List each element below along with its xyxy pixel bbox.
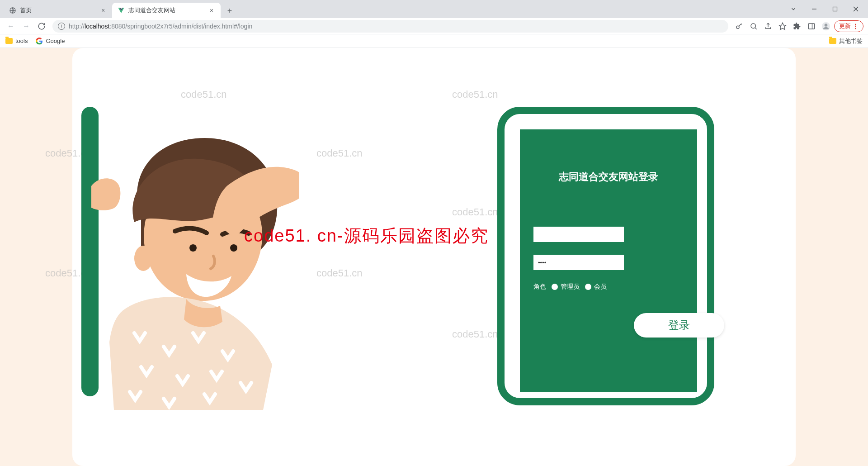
- zoom-icon[interactable]: [747, 20, 760, 33]
- svg-point-6: [751, 24, 756, 29]
- svg-point-14: [189, 244, 197, 252]
- google-icon: [36, 38, 43, 45]
- close-icon[interactable]: ×: [208, 7, 215, 14]
- svg-line-7: [755, 28, 757, 29]
- svg-rect-2: [833, 7, 837, 11]
- decorative-illustration: [81, 98, 298, 414]
- bookmark-label: tools: [15, 38, 28, 44]
- role-label: 角色: [533, 283, 546, 291]
- share-icon[interactable]: [762, 20, 774, 33]
- login-button[interactable]: 登录: [634, 313, 724, 338]
- page-content: code51.cn code51.cn code51.cn code51.cn …: [0, 48, 868, 466]
- bookmark-tools[interactable]: tools: [5, 38, 28, 44]
- role-option: 会员: [594, 283, 607, 291]
- svg-point-12: [825, 24, 828, 27]
- new-tab-button[interactable]: +: [223, 5, 236, 17]
- profile-icon[interactable]: [820, 20, 832, 33]
- globe-icon: [9, 7, 16, 14]
- bookmark-label: 其他书签: [839, 37, 863, 45]
- update-button[interactable]: 更新 ⋮: [834, 20, 863, 32]
- vue-icon: [118, 7, 125, 14]
- tab-search-icon[interactable]: [783, 2, 804, 16]
- role-row: 角色 管理员 会员: [533, 283, 684, 291]
- back-button[interactable]: ←: [5, 20, 17, 33]
- forward-button[interactable]: →: [20, 20, 33, 33]
- side-panel-icon[interactable]: [805, 20, 818, 33]
- password-key-icon[interactable]: [733, 20, 745, 33]
- svg-rect-9: [808, 24, 815, 29]
- tab-title: 首页: [20, 6, 96, 14]
- menu-dots-icon: ⋮: [853, 23, 859, 29]
- tab-home[interactable]: 首页 ×: [4, 3, 112, 18]
- tab-active[interactable]: 志同道合交友网站 ×: [112, 3, 221, 18]
- update-label: 更新: [839, 22, 851, 30]
- url-text: http://localhost:8080/springboot2x7r5/ad…: [69, 23, 723, 30]
- tab-title: 志同道合交友网站: [128, 6, 204, 14]
- tab-strip: 首页 × 志同道合交友网站 × +: [0, 0, 868, 18]
- radio-icon: [552, 284, 558, 290]
- reload-button[interactable]: [35, 20, 48, 33]
- folder-icon: [5, 38, 13, 44]
- other-bookmarks[interactable]: 其他书签: [829, 37, 863, 45]
- extensions-icon[interactable]: [791, 20, 803, 33]
- login-button-label: 登录: [668, 318, 690, 333]
- minimize-icon[interactable]: [804, 2, 825, 16]
- password-input[interactable]: [533, 255, 624, 270]
- toolbar: ← → i http://localhost:8080/springboot2x…: [0, 18, 868, 34]
- person-peeking-illustration: [91, 120, 299, 410]
- svg-point-15: [230, 244, 237, 252]
- bookmark-label: Google: [46, 38, 65, 44]
- url-bar[interactable]: i http://localhost:8080/springboot2x7r5/…: [52, 20, 728, 33]
- login-title: 志同道合交友网站登录: [520, 170, 697, 184]
- star-icon[interactable]: [776, 20, 789, 33]
- close-icon[interactable]: ×: [99, 7, 107, 14]
- bookmarks-bar: tools Google 其他书签: [0, 34, 868, 48]
- browser-chrome: 首页 × 志同道合交友网站 × + ← → i http://localhost…: [0, 0, 868, 48]
- svg-point-13: [134, 246, 152, 271]
- maximize-icon[interactable]: [825, 2, 845, 16]
- username-input[interactable]: [533, 227, 624, 242]
- site-info-icon[interactable]: i: [58, 23, 65, 30]
- radio-icon: [585, 284, 591, 290]
- role-member-radio[interactable]: 会员: [585, 283, 607, 291]
- svg-point-5: [736, 26, 739, 29]
- svg-marker-8: [779, 23, 786, 29]
- role-option: 管理员: [561, 283, 580, 291]
- role-admin-radio[interactable]: 管理员: [552, 283, 580, 291]
- login-panel: 志同道合交友网站登录 角色 管理员 会员 登录: [497, 107, 714, 405]
- folder-icon: [829, 38, 836, 44]
- close-window-icon[interactable]: [845, 2, 866, 16]
- window-controls: [783, 0, 866, 18]
- bookmark-google[interactable]: Google: [36, 38, 65, 45]
